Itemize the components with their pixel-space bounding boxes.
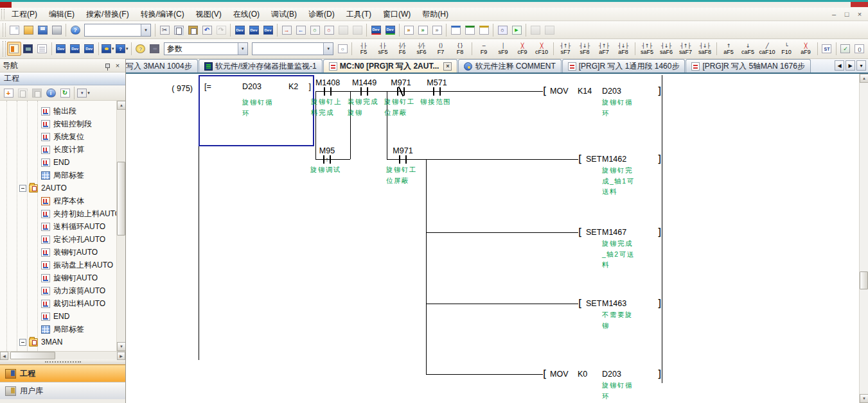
panel-splitter[interactable] <box>0 359 125 364</box>
refresh-icon[interactable] <box>58 86 72 100</box>
document-tab-1[interactable]: 软元件/缓冲存储器批量监视-1 <box>199 59 323 73</box>
jump-icon[interactable] <box>402 23 416 37</box>
watch-window-icon[interactable]: ▾ <box>101 42 115 56</box>
ladder-vertical-scrollbar[interactable]: ▲ ▼ <box>859 74 868 403</box>
inline-st-icon[interactable] <box>838 42 853 56</box>
find-icon[interactable] <box>148 42 162 56</box>
tree-item[interactable]: 系统复位 <box>0 130 116 143</box>
ladder-symbol-saF7-button[interactable]: ┤↑├saF7 <box>676 41 695 57</box>
scroll-right-arrow[interactable]: ▶ <box>117 352 125 360</box>
chevron-down-icon[interactable]: ▾ <box>238 43 247 55</box>
menu-item-7[interactable]: 诊断(D) <box>303 8 341 21</box>
tab-close-icon[interactable]: × <box>443 62 452 71</box>
ladder-canvas[interactable]: ( 975) [= D203 K2 ] 旋铆钉循 环 <box>126 74 859 403</box>
st-editor-icon[interactable] <box>820 42 834 56</box>
tip-icon[interactable] <box>134 42 148 56</box>
ladder-symbol-aF9-button[interactable]: ╳aF9 <box>796 41 815 57</box>
ladder-symbol-cF9-button[interactable]: ╳cF9 <box>513 41 532 57</box>
chevron-down-icon[interactable]: ▾ <box>323 43 333 55</box>
read-from-plc-icon[interactable] <box>294 23 308 37</box>
compare-instruction-block[interactable]: [= D203 K2 ] 旋铆钉循 环 <box>199 75 314 146</box>
tree-collapse-icon[interactable] <box>19 339 26 346</box>
tree-item[interactable]: 振动盘上料AUTO <box>0 259 116 271</box>
ladder-symbol-caF10-button[interactable]: ╱caF10 <box>757 41 777 57</box>
chevron-down-icon[interactable]: ▾ <box>126 46 128 51</box>
device-combo[interactable]: ▾ <box>252 42 333 55</box>
tab-scroll-left-icon[interactable]: ◀ <box>835 60 844 71</box>
ladder-symbol-F5-button[interactable]: ┤├F5 <box>354 41 373 57</box>
ladder-symbol-aF5-button[interactable]: ↑aF5 <box>719 41 738 57</box>
data-info-icon[interactable] <box>44 86 58 100</box>
menu-item-8[interactable]: 工具(T) <box>341 8 377 21</box>
ladder-symbol-caF5-button[interactable]: ↓caF5 <box>738 41 757 57</box>
menu-item-4[interactable]: 视图(V) <box>190 8 227 21</box>
restore-button[interactable]: □ <box>842 10 851 18</box>
scrollbar-thumb[interactable] <box>860 271 868 289</box>
new-data-icon[interactable] <box>1 86 15 100</box>
device-memory-icon[interactable] <box>68 42 82 56</box>
pin-icon[interactable] <box>102 61 112 71</box>
ladder-symbol-sF6-button[interactable]: ┤⁄├sF6 <box>412 41 431 57</box>
ladder-symbol-F9-button[interactable]: ─F9 <box>474 41 493 57</box>
minimize-button[interactable]: – <box>829 10 838 18</box>
edit-coil-icon[interactable] <box>853 42 867 56</box>
task-list-icon[interactable] <box>35 42 49 56</box>
ladder-symbol-F7-button[interactable]: ()F7 <box>431 41 450 57</box>
window-combo[interactable]: ▾ <box>84 24 151 37</box>
ladder-symbol-F6-button[interactable]: ┤⁄├F6 <box>393 41 412 57</box>
scroll-down-arrow[interactable]: ▼ <box>117 342 125 351</box>
jump-green-icon[interactable] <box>416 23 430 37</box>
device-clear-icon[interactable] <box>383 23 397 37</box>
ladder-symbol-aF7-button[interactable]: ┤↑├aF7 <box>594 41 614 57</box>
menu-item-0[interactable]: 工程(P) <box>6 8 43 21</box>
menu-item-3[interactable]: 转换/编译(C) <box>135 8 190 21</box>
ladder-symbol-sF8-button[interactable]: ┤↓├sF8 <box>575 41 594 57</box>
scroll-up-arrow[interactable]: ▲ <box>117 101 125 110</box>
scroll-left-arrow[interactable]: ◀ <box>0 352 8 360</box>
ladder-symbol-saF5-button[interactable]: ┤↑├saF5 <box>637 41 657 57</box>
find-device-icon[interactable] <box>495 23 509 37</box>
pulse-edit-icon[interactable] <box>477 23 491 37</box>
new-project-icon[interactable] <box>7 23 21 37</box>
close-panel-button[interactable]: × <box>112 61 123 71</box>
tree-vertical-scrollbar[interactable]: ▲ ▼ <box>116 101 125 351</box>
tree-item[interactable]: 局部标签 <box>0 323 116 336</box>
ladder-symbol-sF9-button[interactable]: │sF9 <box>493 41 513 57</box>
ladder-symbol-sF5-button[interactable]: ┤├sF5 <box>373 41 393 57</box>
help-icon[interactable] <box>68 23 82 37</box>
tree-item[interactable]: 裁切出料AUTO <box>0 297 116 310</box>
scroll-up-arrow[interactable]: ▲ <box>860 74 868 83</box>
save-project-icon[interactable] <box>35 23 49 37</box>
tree-item[interactable]: END <box>0 310 116 323</box>
module-config-icon[interactable] <box>21 42 35 56</box>
tab-menu-icon[interactable]: ▾ <box>856 60 866 71</box>
document-tab-3[interactable]: 软元件注释 COMMENT <box>458 59 561 73</box>
program-run-icon[interactable] <box>509 23 524 37</box>
ladder-monitor-icon[interactable] <box>463 23 477 37</box>
device-register-monitor-icon[interactable] <box>261 23 275 37</box>
navigation-window-icon[interactable] <box>7 42 21 56</box>
menu-item-6[interactable]: 调试(B) <box>265 8 303 21</box>
menu-item-5[interactable]: 在线(O) <box>227 8 265 21</box>
monitor-stop-icon[interactable] <box>322 23 336 37</box>
chevron-down-icon[interactable]: ▾ <box>112 46 114 51</box>
ladder-symbol-aF8-button[interactable]: ┤↓├aF8 <box>614 41 633 57</box>
ladder-edit-icon[interactable] <box>448 23 463 37</box>
tree-item[interactable]: 送料循环AUTO <box>0 220 116 233</box>
device-test-icon[interactable] <box>369 23 383 37</box>
scrollbar-thumb[interactable] <box>117 162 125 236</box>
print-icon[interactable] <box>49 23 64 37</box>
document-tab-2[interactable]: MC:N0 [PRG]R 写入 2AUT...× <box>323 59 458 73</box>
ladder-symbol-saF8-button[interactable]: ┤↓├saF8 <box>695 41 714 57</box>
tree-item[interactable]: 旋铆钉AUTO <box>0 271 116 284</box>
menu-item-9[interactable]: 窗口(W) <box>377 8 416 21</box>
scrollbar-thumb[interactable] <box>10 352 55 359</box>
chevron-down-icon[interactable]: ▾ <box>141 24 150 36</box>
cut-icon[interactable] <box>157 23 172 37</box>
undo-icon[interactable] <box>200 23 214 37</box>
tab-scroll-right-icon[interactable]: ▶ <box>846 60 855 71</box>
device-setting-icon[interactable] <box>82 42 96 56</box>
jump-yellow-icon[interactable] <box>430 23 444 37</box>
tree-item[interactable]: 长度计算 <box>0 143 116 156</box>
panel-button-1[interactable]: 用户库 <box>0 382 125 399</box>
